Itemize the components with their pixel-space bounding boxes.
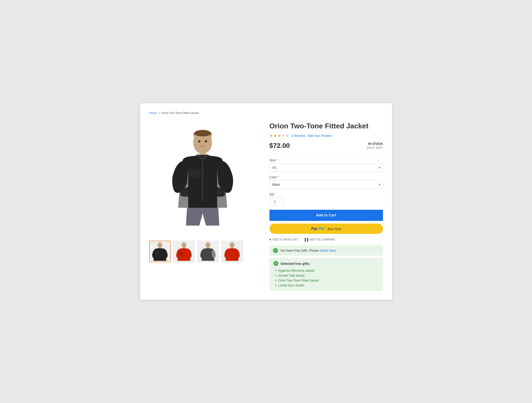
stock-status: IN STOCK: [367, 142, 383, 146]
star-3: ★: [278, 133, 281, 138]
color-select[interactable]: Black Red Gray: [269, 180, 383, 189]
svg-rect-15: [180, 252, 183, 254]
sku-info: SKU#: MJ07: [367, 146, 383, 149]
svg-point-5: [198, 140, 200, 143]
svg-point-14: [182, 242, 186, 248]
paypal-brand-light: Pal: [319, 227, 324, 231]
selected-gifts-check-icon: ✓: [273, 261, 278, 266]
sku-label: SKU#:: [367, 146, 375, 149]
star-5: ★: [285, 133, 289, 138]
paypal-buy-now-button[interactable]: PayPal Buy Now: [269, 224, 383, 234]
breadcrumb-current: Orion Two-Tone Fitted Jacket: [161, 111, 199, 115]
ratings-row: ★ ★ ★ ★ ★ 2 Reviews Add Your Review: [269, 133, 383, 138]
star-4: ★: [281, 133, 285, 138]
selected-gifts-title: ✓ Selected free gifts:: [273, 261, 379, 266]
svg-point-19: [230, 242, 234, 248]
size-select-wrap: XS S M L XL ▾: [269, 163, 383, 172]
product-layout: Orion Two-Tone Fitted Jacket ★ ★ ★ ★ ★ 2…: [149, 121, 383, 291]
heart-icon: ♥: [269, 238, 272, 241]
paypal-brand-blue: Pay: [311, 227, 317, 231]
svg-point-9: [194, 130, 211, 136]
add-to-wishlist-label: ADD TO WISH LIST: [272, 238, 298, 241]
add-to-compare-link[interactable]: ▐▐ ADD TO COMPARE: [304, 238, 335, 241]
svg-point-11: [158, 242, 162, 248]
product-images: [149, 121, 256, 262]
gift-item-1: Hyperion Elements Jacket: [275, 268, 379, 273]
color-select-wrap: Black Red Gray ▾: [269, 180, 383, 189]
breadcrumb: Home > Orion Two-Tone Fitted Jacket: [149, 111, 383, 115]
gift-item-3: Orion Two-Tone Fitted Jacket: [275, 278, 379, 283]
free-gifts-notice-text: You have Free Gifts. Please Select them: [280, 249, 336, 252]
free-gifts-check-icon: ✓: [273, 248, 278, 253]
thumbnail-1[interactable]: [149, 241, 171, 262]
size-field-group: Size * XS S M L XL ▾: [269, 158, 383, 172]
breadcrumb-separator: >: [158, 111, 160, 115]
add-review-link[interactable]: Add Your Review: [308, 134, 332, 137]
qty-field-group: Qty: [269, 192, 383, 206]
color-label: Color *: [269, 176, 383, 179]
stock-sku: IN STOCK SKU#: MJ07: [367, 142, 383, 149]
svg-point-17: [206, 242, 210, 248]
star-2: ★: [273, 133, 277, 138]
size-label: Size *: [269, 158, 383, 162]
main-product-image: [149, 121, 256, 237]
action-links: ♥ ADD TO WISH LIST ▐▐ ADD TO COMPARE: [269, 238, 383, 241]
product-details-panel: Orion Two-Tone Fitted Jacket ★ ★ ★ ★ ★ 2…: [269, 121, 383, 291]
color-field-group: Color * Black Red Gray ▾: [269, 176, 383, 189]
thumbnails-container: [149, 241, 256, 262]
compare-icon: ▐▐: [304, 238, 308, 241]
select-free-gifts-link[interactable]: Select them: [320, 249, 336, 252]
sku-value: MJ07: [376, 146, 383, 149]
selected-gifts-box: ✓ Selected free gifts: Hyperion Elements…: [269, 258, 383, 291]
qty-input[interactable]: [269, 197, 284, 206]
gifts-list: Hyperion Elements Jacket Kenobi Trail Ja…: [273, 268, 379, 288]
svg-point-6: [205, 140, 207, 143]
size-required: *: [276, 159, 277, 162]
thumbnail-4[interactable]: [221, 241, 243, 262]
breadcrumb-home-link[interactable]: Home: [149, 111, 157, 115]
star-1: ★: [269, 133, 273, 138]
thumbnail-2[interactable]: [173, 241, 195, 262]
free-gifts-notice: ✓ You have Free Gifts. Please Select the…: [269, 245, 383, 256]
add-to-cart-button[interactable]: Add to Cart: [269, 210, 383, 221]
size-select[interactable]: XS S M L XL: [269, 163, 383, 172]
add-to-compare-label: ADD TO COMPARE: [309, 238, 335, 241]
product-title: Orion Two-Tone Fitted Jacket: [269, 122, 383, 130]
color-required: *: [278, 176, 279, 179]
gift-item-4: Lando Gym Jacket: [275, 283, 379, 288]
qty-label: Qty: [269, 192, 383, 196]
svg-rect-4: [189, 170, 200, 178]
product-price: $72.00: [269, 142, 290, 149]
add-to-wishlist-link[interactable]: ♥ ADD TO WISH LIST: [269, 238, 298, 241]
product-image-svg: [163, 125, 243, 232]
thumbnail-3[interactable]: [197, 241, 219, 262]
svg-rect-12: [156, 252, 159, 254]
reviews-link[interactable]: 2 Reviews: [291, 134, 306, 137]
paypal-buy-now-text: Buy Now: [328, 227, 341, 231]
star-rating: ★ ★ ★ ★ ★: [269, 133, 289, 138]
product-page: Home > Orion Two-Tone Fitted Jacket: [140, 103, 392, 300]
price-row: $72.00 IN STOCK SKU#: MJ07: [269, 142, 383, 154]
gift-item-2: Kenobi Trail Jacket: [275, 273, 379, 278]
